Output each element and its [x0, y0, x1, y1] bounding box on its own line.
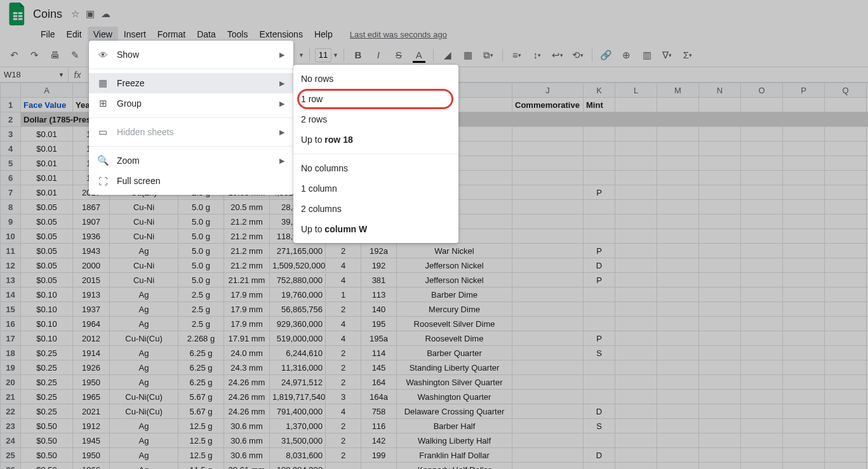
cell[interactable]	[783, 419, 825, 433]
print-button[interactable]: 🖶	[46, 46, 63, 64]
column-header-O[interactable]: O	[741, 83, 783, 98]
cell[interactable]	[657, 390, 699, 404]
cell[interactable]	[512, 331, 584, 346]
cell[interactable]	[615, 142, 657, 156]
cell[interactable]: 1945	[73, 433, 110, 448]
cell[interactable]	[699, 258, 741, 273]
borders-button[interactable]: ▦	[459, 46, 477, 64]
cell[interactable]	[699, 156, 741, 171]
cell[interactable]: $0.25	[21, 360, 73, 375]
cell[interactable]: $0.01	[21, 171, 73, 185]
cell[interactable]	[584, 156, 615, 171]
row-header[interactable]: 8	[1, 200, 21, 215]
cell[interactable]: 2	[326, 375, 361, 390]
cell[interactable]: $0.50	[21, 419, 73, 433]
cell[interactable]: 19,760,000	[270, 287, 326, 302]
cloud-status-icon[interactable]: ☁	[101, 8, 110, 20]
cell[interactable]	[741, 287, 783, 302]
row-header[interactable]: 24	[1, 433, 21, 448]
cell[interactable]	[615, 287, 657, 302]
cell[interactable]	[584, 127, 615, 142]
cell[interactable]	[825, 273, 867, 287]
cell[interactable]: Roosevelt Silver Dime	[397, 317, 512, 331]
cell[interactable]: 24.26 mm	[224, 375, 270, 390]
cell[interactable]	[699, 287, 741, 302]
star-icon[interactable]: ☆	[71, 8, 79, 20]
cell[interactable]: 2	[326, 448, 361, 463]
cell[interactable]: Cu-Ni	[110, 200, 178, 215]
cell[interactable]	[512, 258, 584, 273]
cell[interactable]	[615, 375, 657, 390]
cell[interactable]: Cu-Ni(Cu)	[110, 404, 178, 419]
comment-button[interactable]: ⊕	[618, 46, 636, 64]
view-freeze[interactable]: ▦Freeze▶	[89, 73, 293, 93]
cell[interactable]: $0.05	[21, 229, 73, 244]
cell[interactable]	[825, 419, 867, 433]
cell[interactable]	[783, 287, 825, 302]
cell[interactable]	[783, 127, 825, 142]
column-header-A[interactable]: A	[21, 83, 73, 98]
cell[interactable]: $0.10	[21, 302, 73, 317]
cell[interactable]	[825, 215, 867, 229]
cell[interactable]: 24.26 mm	[224, 390, 270, 404]
cell[interactable]	[584, 142, 615, 156]
cell[interactable]	[657, 331, 699, 346]
cell[interactable]	[783, 185, 825, 200]
cell[interactable]: 2	[326, 433, 361, 448]
cell[interactable]	[741, 433, 783, 448]
cell[interactable]: $0.05	[21, 258, 73, 273]
cell[interactable]: 6,244,610	[270, 346, 326, 360]
header-cell[interactable]	[657, 98, 699, 112]
cell[interactable]: S	[584, 419, 615, 433]
freeze-no-rows[interactable]: No rows	[293, 69, 458, 89]
cell[interactable]	[699, 448, 741, 463]
cell[interactable]: 164	[361, 375, 397, 390]
cell[interactable]	[783, 215, 825, 229]
cell[interactable]: 1914	[73, 346, 110, 360]
cell[interactable]: $0.05	[21, 244, 73, 258]
cell[interactable]	[783, 331, 825, 346]
cell[interactable]	[584, 302, 615, 317]
cell[interactable]: 1966	[73, 463, 110, 470]
cell[interactable]: $0.01	[21, 142, 73, 156]
cell[interactable]	[657, 317, 699, 331]
cell[interactable]	[657, 287, 699, 302]
cell[interactable]: Washington Quarter	[397, 390, 512, 404]
cell[interactable]: 164a	[361, 390, 397, 404]
cell[interactable]: 24.26 mm	[224, 404, 270, 419]
cell[interactable]: $0.01	[21, 127, 73, 142]
cell[interactable]	[361, 463, 397, 470]
cell[interactable]: Ag	[110, 360, 178, 375]
column-header-K[interactable]: K	[584, 83, 615, 98]
cell[interactable]	[584, 200, 615, 215]
chevron-down-icon[interactable]: ▼	[58, 72, 64, 78]
cell[interactable]: 5.0 g	[178, 200, 224, 215]
cell[interactable]	[615, 331, 657, 346]
cell[interactable]: Franklin Half Dollar	[397, 448, 512, 463]
cell[interactable]: 2000	[73, 258, 110, 273]
cell[interactable]: $0.01	[21, 185, 73, 200]
cell[interactable]: 381	[361, 273, 397, 287]
cell[interactable]: Cu-Ni(Cu)	[110, 331, 178, 346]
row-header[interactable]: 17	[1, 331, 21, 346]
view-full-screen[interactable]: ⛶Full screen	[89, 171, 293, 191]
cell[interactable]	[615, 404, 657, 419]
cell[interactable]: Cu-Ni	[110, 215, 178, 229]
cell[interactable]: 192a	[361, 244, 397, 258]
cell[interactable]	[512, 127, 584, 142]
font-size-input[interactable]	[315, 48, 331, 62]
column-header-P[interactable]: P	[783, 83, 825, 98]
cell[interactable]	[584, 229, 615, 244]
cell[interactable]: Cu-Ni	[110, 229, 178, 244]
cell[interactable]	[512, 229, 584, 244]
row-header[interactable]: 11	[1, 244, 21, 258]
cell[interactable]	[741, 302, 783, 317]
cell[interactable]: 791,400,000	[270, 404, 326, 419]
cell[interactable]: 12.5 g	[178, 448, 224, 463]
cell[interactable]	[699, 375, 741, 390]
cell[interactable]	[615, 448, 657, 463]
cell[interactable]: 1943	[73, 244, 110, 258]
cell[interactable]	[657, 463, 699, 470]
cell[interactable]	[741, 171, 783, 185]
view-show[interactable]: 👁Show▶	[89, 44, 293, 65]
